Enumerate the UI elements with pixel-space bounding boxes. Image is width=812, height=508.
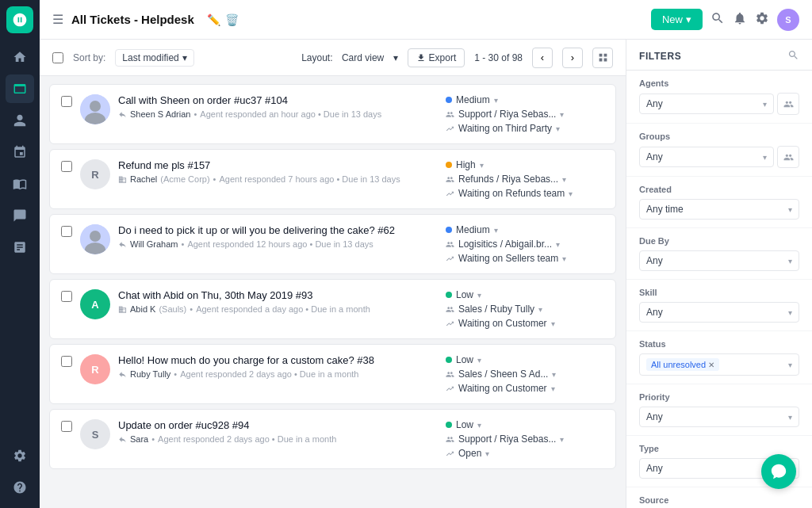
filter-label-groups: Groups [639,132,799,141]
nav-icon-reports[interactable] [6,233,34,262]
filter-section-skill: Skill Any ▾ [626,280,812,331]
filter-section-created: Created Any time ▾ [626,177,812,228]
status-tag[interactable]: Waiting on Customer ▾ [446,383,555,394]
filter-select-status[interactable]: All unresolved ✕ ▾ [639,353,799,376]
layout-selector[interactable]: Layout: Card view ▾ [301,52,397,63]
filter-label-type: Type [639,444,799,453]
ticket-body: Update on order #uc928 #94 Sara • Agent … [118,419,438,444]
status-tag[interactable]: Waiting on Third Party ▾ [446,123,560,134]
ticket-card: A Chat with Abid on Thu, 30th May 2019 #… [49,279,616,339]
team-tag[interactable]: Support / Riya Sebas... ▾ [446,109,564,120]
ticket-meta: Will Graham • Agent responded 12 hours a… [118,239,438,249]
ticket-card: S Update on order #uc928 #94 Sara • Agen… [49,409,616,469]
priority-tag[interactable]: Low ▾ [446,419,481,430]
filter-icon-btn-agents[interactable] [777,93,799,115]
ticket-checkbox[interactable] [61,421,72,432]
ticket-body: Do i need to pick it up or will you be d… [118,224,438,249]
chat-fab[interactable] [761,454,796,489]
priority-tag[interactable]: Low ▾ [446,354,481,365]
filter-section-groups: Groups Any ▾ [626,124,812,177]
ticket-meta: Sheen S Adrian • Agent responded an hour… [118,109,438,119]
ticket-card: R Hello! How much do you charge for a cu… [49,344,616,404]
trash-icon[interactable]: 🗑️ [225,13,239,26]
filter-label-skill: Skill [639,288,799,297]
ticket-checkbox[interactable] [61,96,72,107]
filters-search-icon[interactable] [787,49,799,63]
priority-tag[interactable]: Low ▾ [446,289,481,300]
left-nav [0,0,40,508]
ticket-title[interactable]: Refund me pls #157 [118,159,438,171]
nav-icon-chat[interactable] [6,201,34,230]
search-icon[interactable] [710,11,725,29]
ticket-body: Chat with Abid on Thu, 30th May 2019 #93… [118,289,438,314]
page-title: All Tickets - Helpdesk [71,13,194,26]
prev-page-button[interactable]: ‹ [532,48,553,68]
status-tag[interactable]: Waiting on Sellers team ▾ [446,253,566,264]
filter-label-due_by: Due by [639,236,799,246]
tickets-list: Call with Sheen on order #uc37 #104 Shee… [40,76,626,508]
ticket-title[interactable]: Chat with Abid on Thu, 30th May 2019 #93 [118,289,438,301]
filter-select-created[interactable]: Any time ▾ [639,199,799,220]
ticket-checkbox[interactable] [61,356,72,367]
ticket-title[interactable]: Call with Sheen on order #uc37 #104 [118,94,438,106]
priority-tag[interactable]: Medium ▾ [446,224,498,235]
filter-label-agents: Agents [639,78,799,88]
nav-icon-settings[interactable] [6,441,34,470]
ticket-checkbox[interactable] [61,291,72,302]
select-all-checkbox[interactable] [52,52,63,63]
ticket-title[interactable]: Do i need to pick it up or will you be d… [118,224,438,236]
ticket-title[interactable]: Hello! How much do you charge for a cust… [118,354,438,366]
ticket-card: R Refund me pls #157 Rachel (Acme Corp) … [49,149,616,209]
filter-label-created: Created [639,185,799,194]
priority-tag[interactable]: Medium ▾ [446,94,498,105]
user-avatar[interactable]: S [777,9,799,31]
team-tag[interactable]: Sales / Sheen S Ad... ▾ [446,369,556,380]
svg-point-1 [90,101,101,112]
nav-logo[interactable] [6,6,33,33]
notifications-icon[interactable] [733,11,747,29]
nav-icon-book[interactable] [6,170,34,198]
filter-label-status: Status [639,339,799,349]
pagination-info: 1 - 30 of 98 [474,52,523,63]
filter-icon-btn-groups[interactable] [777,146,799,168]
status-tag[interactable]: Waiting on Refunds team ▾ [446,188,573,199]
ticket-right: Low ▾ Sales / Sheen S Ad... ▾ Waiting on… [446,354,604,394]
priority-tag[interactable]: High ▾ [446,159,484,170]
filter-select-agents[interactable]: Any ▾ [639,94,774,114]
filter-select-groups[interactable]: Any ▾ [639,147,774,167]
team-tag[interactable]: Logisitics / Abigail.br... ▾ [446,239,560,250]
nav-icon-home[interactable] [6,43,34,71]
ticket-title[interactable]: Update on order #uc928 #94 [118,419,438,431]
tickets-toolbar: Sort by: Last modified ▾ Layout: Card vi… [40,40,626,76]
export-button[interactable]: Export [408,48,465,67]
team-tag[interactable]: Sales / Ruby Tully ▾ [446,304,542,315]
status-tag[interactable]: Waiting on Customer ▾ [446,318,555,329]
filter-section-source: Source Any ▾ [626,487,812,508]
nav-icon-help[interactable] [6,473,34,502]
gear-icon[interactable] [755,11,769,29]
ticket-checkbox[interactable] [61,226,72,237]
new-button[interactable]: New ▾ [651,9,703,30]
filter-select-due_by[interactable]: Any ▾ [639,250,799,271]
ticket-right: Low ▾ Support / Riya Sebas... ▾ Open ▾ [446,419,604,459]
edit-icon[interactable]: ✏️ [207,13,220,26]
team-tag[interactable]: Support / Riya Sebas... ▾ [446,434,564,445]
menu-icon[interactable]: ☰ [52,12,63,27]
ticket-right: Low ▾ Sales / Ruby Tully ▾ Waiting on Cu… [446,289,604,329]
sort-button[interactable]: Last modified ▾ [115,49,193,67]
grid-view-button[interactable] [592,48,613,68]
status-tag[interactable]: Open ▾ [446,448,489,459]
team-tag[interactable]: Refunds / Riya Sebas... ▾ [446,174,566,185]
nav-icon-contacts[interactable] [6,106,34,135]
nav-icon-tickets[interactable] [6,74,34,103]
remove-status-tag[interactable]: ✕ [708,361,714,369]
ticket-card: Do i need to pick it up or will you be d… [49,214,616,274]
ticket-checkbox[interactable] [61,161,72,172]
filter-select-skill[interactable]: Any ▾ [639,302,799,323]
nav-icon-tree[interactable] [6,138,34,166]
filter-section-due_by: Due by Any ▾ [626,228,812,280]
filter-select-priority[interactable]: Any ▾ [639,407,799,427]
filter-section-status: Status All unresolved ✕ ▾ [626,331,812,384]
next-page-button[interactable]: › [562,48,583,68]
filter-label-source: Source [639,495,799,505]
